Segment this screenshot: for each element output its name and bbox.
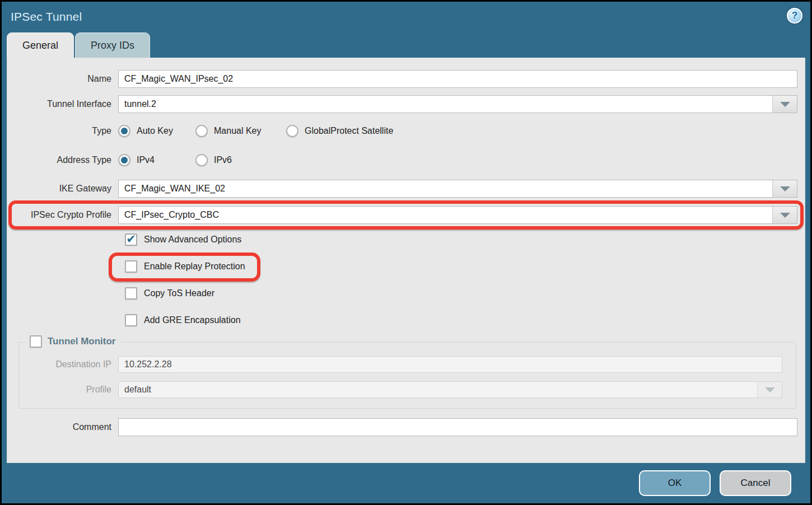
add-gre-encapsulation-option[interactable]: ✔ Add GRE Encapsulation	[125, 314, 241, 326]
type-option-globalprotect-satellite[interactable]: GlobalProtect Satellite	[286, 125, 393, 137]
name-input[interactable]	[118, 70, 797, 88]
ike-gateway-label: IKE Gateway	[7, 184, 118, 194]
destination-ip-row: Destination IP	[19, 356, 789, 373]
ike-gateway-row: IKE Gateway CF_Magic_WAN_IKE_02	[7, 180, 805, 198]
radio-ipv6[interactable]	[195, 154, 208, 166]
tab-proxy-ids[interactable]: Proxy IDs	[75, 32, 150, 58]
profile-select: default	[118, 381, 782, 398]
tab-bar: General Proxy IDs	[2, 32, 810, 58]
comment-label: Comment	[7, 422, 118, 432]
enable-replay-protection-row: ✔ Enable Replay Protection	[125, 259, 805, 274]
dialog-titlebar: IPSec Tunnel ?	[2, 2, 810, 32]
ok-button[interactable]: OK	[639, 470, 711, 496]
type-option-manual-key[interactable]: Manual Key	[195, 125, 286, 137]
comment-input[interactable]	[118, 418, 797, 436]
address-type-label: Address Type	[7, 155, 118, 165]
tunnel-interface-select[interactable]: tunnel.2	[118, 95, 797, 113]
general-tab-panel: Name Tunnel Interface tunnel.2	[7, 58, 805, 463]
comment-row: Comment	[7, 418, 805, 436]
dialog-title: IPSec Tunnel	[11, 10, 82, 24]
ike-gateway-select[interactable]: CF_Magic_WAN_IKE_02	[118, 180, 797, 198]
address-type-option-ipv6[interactable]: IPv6	[195, 154, 232, 166]
show-advanced-options-row: ✔ Show Advanced Options	[125, 232, 805, 247]
chevron-down-icon	[780, 186, 790, 191]
tunnel-interface-row: Tunnel Interface tunnel.2	[7, 95, 805, 113]
tunnel-monitor-label: Tunnel Monitor	[48, 336, 116, 347]
copy-tos-header-option[interactable]: ✔ Copy ToS Header	[125, 287, 214, 300]
tunnel-monitor-checkbox[interactable]: ✔	[30, 335, 42, 348]
ipsec-crypto-profile-select[interactable]: CF_IPsec_Crypto_CBC	[118, 206, 797, 224]
type-label: Type	[7, 126, 118, 136]
chevron-down-icon	[765, 387, 775, 392]
help-icon[interactable]: ?	[787, 8, 802, 24]
destination-ip-label: Destination IP	[19, 359, 118, 370]
address-type-option-ipv4[interactable]: IPv4	[118, 154, 195, 166]
profile-row: Profile default	[19, 381, 789, 398]
tunnel-interface-label: Tunnel Interface	[7, 99, 118, 109]
dialog-footer: OK Cancel	[2, 463, 810, 503]
ike-gateway-dropdown-button[interactable]	[772, 180, 797, 197]
tunnel-interface-dropdown-button[interactable]	[772, 96, 797, 113]
ike-gateway-value: CF_Magic_WAN_IKE_02	[119, 180, 772, 197]
radio-manual-key[interactable]	[195, 125, 208, 137]
ipsec-tunnel-dialog: IPSec Tunnel ? General Proxy IDs Name	[2, 2, 810, 503]
copy-tos-header-checkbox[interactable]: ✔	[125, 287, 137, 300]
name-row: Name	[7, 70, 805, 88]
radio-ipv4[interactable]	[118, 154, 130, 166]
enable-replay-protection-option[interactable]: ✔ Enable Replay Protection	[125, 260, 245, 273]
ipsec-crypto-profile-dropdown-button[interactable]	[772, 207, 797, 223]
screenshot-frame: IPSec Tunnel ? General Proxy IDs Name	[0, 0, 812, 505]
type-row: Type Auto Key Manual Key GlobalProtect S…	[7, 124, 805, 138]
type-option-auto-key[interactable]: Auto Key	[118, 125, 195, 137]
chevron-down-icon	[780, 102, 790, 107]
show-advanced-options-checkbox[interactable]: ✔	[125, 233, 137, 246]
tunnel-monitor-fieldset: ✔ Tunnel Monitor Destination IP Profile …	[18, 342, 796, 409]
radio-globalprotect-satellite[interactable]	[286, 125, 298, 137]
tab-general[interactable]: General	[7, 32, 74, 58]
name-label: Name	[7, 74, 118, 84]
cancel-button[interactable]: Cancel	[720, 470, 791, 496]
chevron-down-icon	[780, 213, 790, 218]
copy-tos-header-row: ✔ Copy ToS Header	[125, 286, 805, 301]
profile-label: Profile	[19, 385, 118, 395]
add-gre-encapsulation-checkbox[interactable]: ✔	[125, 314, 137, 326]
profile-dropdown-button	[757, 382, 782, 398]
profile-value: default	[119, 382, 757, 398]
destination-ip-input	[118, 356, 782, 373]
tunnel-monitor-legend[interactable]: ✔ Tunnel Monitor	[25, 335, 121, 348]
show-advanced-options-option[interactable]: ✔ Show Advanced Options	[125, 233, 241, 246]
enable-replay-protection-checkbox[interactable]: ✔	[125, 260, 137, 273]
radio-auto-key[interactable]	[118, 125, 130, 137]
ipsec-crypto-profile-value: CF_IPsec_Crypto_CBC	[119, 207, 772, 223]
ipsec-crypto-profile-row: IPSec Crypto Profile CF_IPsec_Crypto_CBC	[7, 206, 805, 224]
ipsec-crypto-profile-label: IPSec Crypto Profile	[7, 210, 118, 220]
add-gre-encapsulation-row: ✔ Add GRE Encapsulation	[125, 313, 805, 328]
address-type-row: Address Type IPv4 IPv6	[7, 153, 805, 167]
tunnel-interface-value: tunnel.2	[119, 96, 772, 113]
